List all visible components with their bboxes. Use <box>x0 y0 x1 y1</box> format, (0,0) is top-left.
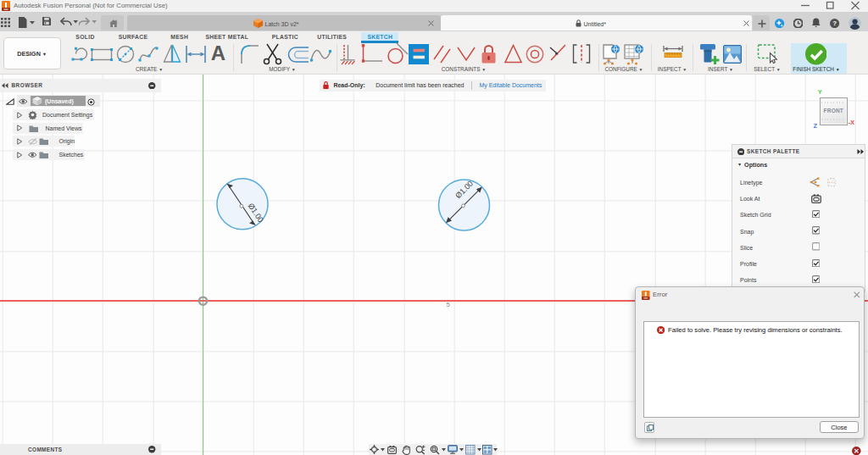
svg-text:5: 5 <box>447 301 450 308</box>
svg-text:?: ? <box>833 19 837 27</box>
